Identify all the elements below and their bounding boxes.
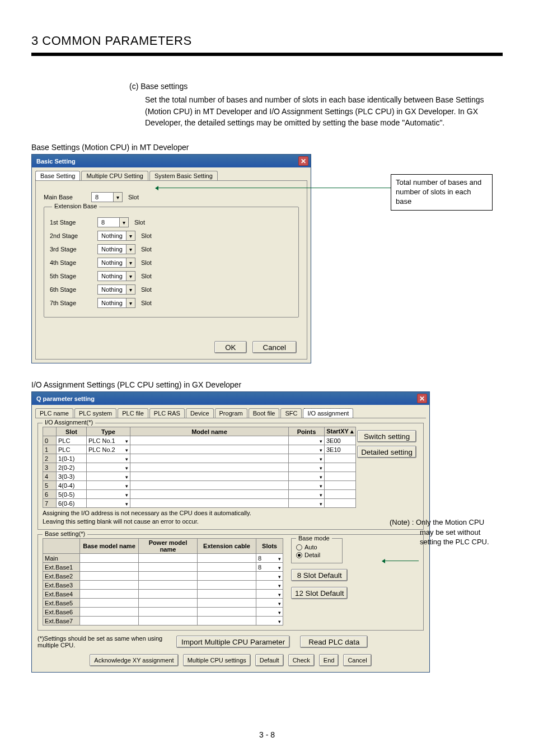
tab-boot-file[interactable]: Boot file (249, 408, 280, 418)
io-row-slot[interactable]: PLC (57, 436, 87, 445)
switch-setting-button[interactable]: Switch setting (357, 430, 416, 442)
end-button[interactable]: End (319, 654, 339, 666)
chevron-down-icon[interactable] (126, 298, 135, 307)
base-row-slots[interactable] (256, 590, 283, 599)
tab-program[interactable]: Program (215, 408, 247, 418)
base-row-basemodel[interactable] (80, 617, 139, 626)
base-row-extcable[interactable] (198, 554, 256, 563)
import-multiple-cpu-button[interactable]: Import Multiple CPU Parameter (176, 636, 290, 648)
stage7-select[interactable]: Nothing (97, 298, 135, 308)
twelve-slot-default-button[interactable]: 12 Slot Default (291, 587, 348, 599)
io-assignment-grid[interactable]: Slot Type Model name Points StartXY ▴ 0P… (43, 427, 356, 508)
chevron-down-icon[interactable] (125, 500, 128, 507)
base-row-slots[interactable] (256, 599, 283, 608)
chevron-down-icon[interactable] (278, 618, 281, 624)
io-row-model[interactable] (130, 463, 289, 472)
stage5-select[interactable]: Nothing (97, 271, 135, 281)
io-row-points[interactable] (289, 490, 325, 499)
chevron-down-icon[interactable] (278, 591, 281, 598)
io-row-points[interactable] (289, 445, 325, 454)
chevron-down-icon[interactable] (125, 491, 128, 498)
read-plc-data-button[interactable]: Read PLC data (300, 636, 368, 648)
base-row-basemodel[interactable] (80, 590, 139, 599)
base-row-powermodel[interactable] (139, 608, 198, 617)
cancel-button[interactable]: Cancel (343, 654, 371, 666)
base-row-extcable[interactable] (198, 608, 256, 617)
base-row-extcable[interactable] (198, 617, 256, 626)
io-row-model[interactable] (130, 490, 289, 499)
cancel-button[interactable]: Cancel (252, 341, 297, 353)
base-row-slots[interactable] (256, 581, 283, 590)
io-row-type[interactable]: PLC No.2 (87, 445, 130, 454)
io-row-type[interactable] (87, 490, 130, 499)
base-row-powermodel[interactable] (139, 581, 198, 590)
io-row-model[interactable] (130, 445, 289, 454)
base-row-basemodel[interactable] (80, 599, 139, 608)
base-row-powermodel[interactable] (139, 599, 198, 608)
io-row-start[interactable] (325, 472, 356, 481)
chevron-down-icon[interactable] (278, 582, 281, 589)
chevron-down-icon[interactable] (320, 446, 322, 453)
io-row-points[interactable] (289, 454, 325, 463)
io-row-type[interactable] (87, 463, 130, 472)
chevron-down-icon[interactable] (126, 258, 135, 267)
io-row-type[interactable] (87, 472, 130, 481)
io-row-model[interactable] (130, 436, 289, 445)
io-row-start[interactable] (325, 499, 356, 508)
io-row-model[interactable] (130, 454, 289, 463)
io-row-start[interactable] (325, 463, 356, 472)
chevron-down-icon[interactable] (320, 500, 322, 507)
io-row-model[interactable] (130, 499, 289, 508)
stage4-select[interactable]: Nothing (97, 258, 135, 268)
base-row-extcable[interactable] (198, 572, 256, 581)
chevron-down-icon[interactable] (125, 455, 128, 462)
chevron-down-icon[interactable] (125, 473, 128, 480)
base-row-powermodel[interactable] (139, 617, 198, 626)
stage1-select[interactable]: 8 (97, 217, 129, 227)
chevron-down-icon[interactable] (125, 482, 128, 489)
io-row-type[interactable] (87, 454, 130, 463)
io-row-slot[interactable]: 3(0-3) (57, 472, 87, 481)
io-row-type[interactable]: PLC No.1 (87, 436, 130, 445)
chevron-down-icon[interactable] (278, 600, 281, 606)
base-row-basemodel[interactable] (80, 554, 139, 563)
main-base-select[interactable]: 8 (91, 192, 123, 202)
chevron-down-icon[interactable] (320, 455, 322, 462)
io-row-points[interactable] (289, 436, 325, 445)
base-row-powermodel[interactable] (139, 563, 198, 572)
chevron-down-icon[interactable] (320, 437, 322, 444)
io-row-slot[interactable]: 6(0-6) (57, 499, 87, 508)
io-row-start[interactable]: 3E10 (325, 445, 356, 454)
stage6-select[interactable]: Nothing (97, 284, 135, 295)
chevron-down-icon[interactable] (125, 464, 128, 471)
close-icon[interactable]: ✕ (298, 156, 308, 166)
base-row-slots[interactable]: 8 (256, 563, 283, 572)
chevron-down-icon[interactable] (126, 285, 135, 294)
chevron-down-icon[interactable] (278, 564, 281, 571)
tab-device[interactable]: Device (186, 408, 214, 418)
chevron-down-icon[interactable] (125, 446, 128, 453)
io-row-model[interactable] (130, 472, 289, 481)
io-row-slot[interactable]: 4(0-4) (57, 481, 87, 490)
chevron-down-icon[interactable] (126, 231, 135, 240)
default-button[interactable]: Default (255, 654, 284, 666)
chevron-down-icon[interactable] (278, 573, 281, 580)
base-row-extcable[interactable] (198, 581, 256, 590)
io-row-type[interactable] (87, 481, 130, 490)
io-row-points[interactable] (289, 481, 325, 490)
chevron-down-icon[interactable] (278, 609, 281, 615)
tab-system-basic-setting[interactable]: System Basic Setting (149, 171, 218, 180)
io-row-start[interactable]: 3E00 (325, 436, 356, 445)
multiple-cpu-settings-button[interactable]: Multiple CPU settings (183, 654, 251, 666)
chevron-down-icon[interactable] (320, 464, 322, 471)
base-row-extcable[interactable] (198, 563, 256, 572)
base-row-slots[interactable]: 8 (256, 554, 283, 563)
io-row-slot[interactable]: 2(0-2) (57, 463, 87, 472)
ok-button[interactable]: OK (214, 341, 246, 353)
base-row-extcable[interactable] (198, 599, 256, 608)
stage3-select[interactable]: Nothing (97, 244, 135, 254)
check-button[interactable]: Check (288, 654, 315, 666)
chevron-down-icon[interactable] (126, 245, 135, 254)
base-row-basemodel[interactable] (80, 581, 139, 590)
io-row-start[interactable] (325, 481, 356, 490)
